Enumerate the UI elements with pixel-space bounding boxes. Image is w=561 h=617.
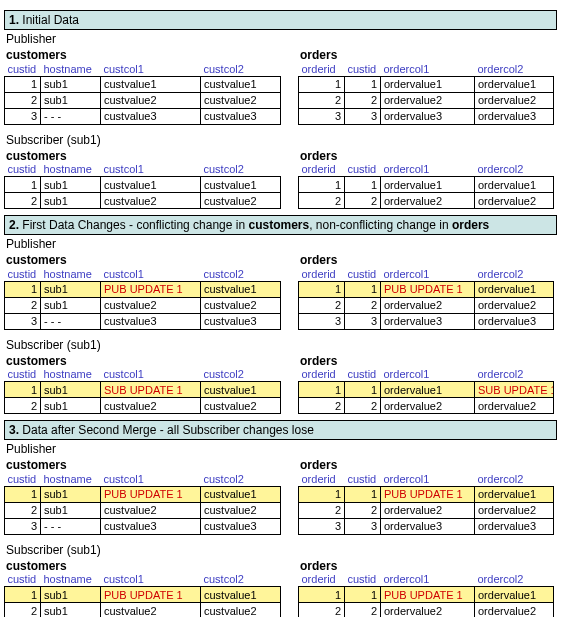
table-row: 2sub1custvalue2custvalue2 [5,398,281,414]
col-header: custcol2 [201,62,281,76]
cell-c1: PUB UPDATE 1 [101,281,201,297]
col-header: hostname [41,368,101,382]
cell-c1: ordervalue3 [381,313,475,329]
cell-c1: ordervalue2 [381,502,475,518]
cell-hostname: sub1 [41,297,101,313]
table-row: 33ordervalue3ordervalue3 [299,108,554,124]
table-name-customers: customers [4,354,280,368]
table-wrap-customers: customerscustidhostnamecustcol1custcol21… [4,253,280,330]
table-row: 1sub1PUB UPDATE 1custvalue1 [5,281,281,297]
table-name-orders: orders [298,354,553,368]
col-header: custcol2 [201,163,281,177]
col-header: custcol2 [201,267,281,281]
cell-c1: PUB UPDATE 1 [381,587,475,603]
section-header: 1. Initial Data [4,10,557,30]
cell-custid: 1 [5,177,41,193]
section-title-part: orders [452,218,489,232]
table-row: 22ordervalue2ordervalue2 [299,193,554,209]
table-row: 1sub1custvalue1custvalue1 [5,177,281,193]
cell-c2: ordervalue1 [475,76,554,92]
cell-custid: 2 [5,297,41,313]
cell-c1: PUB UPDATE 1 [381,486,475,502]
cell-custid: 3 [5,313,41,329]
table-pair: customerscustidhostnamecustcol1custcol21… [4,354,557,415]
cell-c1: ordervalue1 [381,76,475,92]
col-header: hostname [41,472,101,486]
table-row: 2sub1custvalue2custvalue2 [5,193,281,209]
cell-custid: 2 [345,297,381,313]
col-header: orderid [299,368,345,382]
col-header: custcol1 [101,163,201,177]
table-name-customers: customers [4,559,280,573]
table-pair: customerscustidhostnamecustcol1custcol21… [4,48,557,125]
section-number: 2. [9,218,22,232]
table-row: 11ordervalue1SUB UPDATE 1 [299,382,554,398]
table-wrap-orders: ordersorderidcustidordercol1ordercol211o… [298,354,553,415]
table-row: 2sub1custvalue2custvalue2 [5,603,281,618]
cell-c1: ordervalue2 [381,398,475,414]
table-wrap-customers: customerscustidhostnamecustcol1custcol21… [4,354,280,415]
table-row: 11PUB UPDATE 1ordervalue1 [299,486,554,502]
table-row: 2sub1custvalue2custvalue2 [5,502,281,518]
cell-c2: custvalue1 [201,76,281,92]
col-header: hostname [41,62,101,76]
table-wrap-customers: customerscustidhostnamecustcol1custcol21… [4,149,280,210]
cell-c2: ordervalue3 [475,313,554,329]
col-header: hostname [41,267,101,281]
col-header: custid [5,573,41,587]
section-title: Data after Second Merge - all Subscriber… [22,423,314,437]
cell-custid: 2 [345,193,381,209]
cell-custid: 2 [5,398,41,414]
cell-c2: custvalue2 [201,193,281,209]
role-label: Publisher [4,235,557,251]
table-row: 22ordervalue2ordervalue2 [299,502,554,518]
cell-custid: 2 [345,603,381,618]
col-header: custid [345,368,381,382]
col-header: ordercol2 [475,368,554,382]
cell-orderid: 2 [299,92,345,108]
cell-c1: ordervalue2 [381,297,475,313]
table-row: 1sub1PUB UPDATE 1custvalue1 [5,486,281,502]
cell-c2: custvalue3 [201,518,281,534]
cell-c2: ordervalue2 [475,297,554,313]
cell-custid: 2 [5,92,41,108]
role-label: Subscriber (sub1) [4,541,557,557]
col-header: custid [5,62,41,76]
col-header: custcol1 [101,62,201,76]
table-pair: customerscustidhostnamecustcol1custcol21… [4,149,557,210]
cell-custid: 1 [345,587,381,603]
cell-custid: 3 [345,518,381,534]
table-name-customers: customers [4,458,280,472]
cell-hostname: sub1 [41,587,101,603]
cell-hostname: sub1 [41,382,101,398]
table-row: 3- - -custvalue3custvalue3 [5,518,281,534]
cell-c1: custvalue2 [101,297,201,313]
cell-c2: SUB UPDATE 1 [475,382,554,398]
cell-custid: 3 [345,313,381,329]
table-wrap-customers: customerscustidhostnamecustcol1custcol21… [4,458,280,535]
cell-hostname: sub1 [41,76,101,92]
table-customers: custidhostnamecustcol1custcol21sub1PUB U… [4,573,281,618]
cell-c2: ordervalue3 [475,518,554,534]
cell-orderid: 1 [299,486,345,502]
cell-orderid: 2 [299,502,345,518]
table-name-customers: customers [4,149,280,163]
cell-custid: 1 [5,382,41,398]
col-header: hostname [41,573,101,587]
cell-c2: ordervalue2 [475,398,554,414]
cell-c1: ordervalue1 [381,382,475,398]
cell-c1: ordervalue2 [381,603,475,618]
cell-c1: ordervalue3 [381,108,475,124]
cell-c2: ordervalue2 [475,502,554,518]
col-header: custcol2 [201,472,281,486]
cell-custid: 1 [5,281,41,297]
cell-orderid: 3 [299,108,345,124]
cell-c1: PUB UPDATE 1 [381,281,475,297]
col-header: ordercol1 [381,267,475,281]
cell-c2: custvalue1 [201,281,281,297]
cell-custid: 2 [345,92,381,108]
col-header: custcol2 [201,573,281,587]
table-row: 11PUB UPDATE 1ordervalue1 [299,587,554,603]
cell-custid: 1 [345,281,381,297]
role-label: Subscriber (sub1) [4,131,557,147]
